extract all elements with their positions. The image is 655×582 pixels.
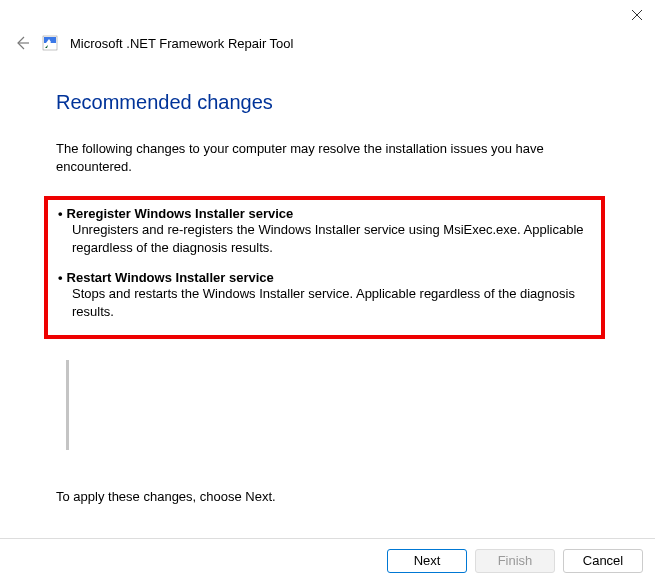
content-area: Recommended changes The following change… xyxy=(0,51,655,339)
intro-text: The following changes to your computer m… xyxy=(56,140,599,176)
list-item: • Reregister Windows Installer service U… xyxy=(58,206,591,256)
app-icon xyxy=(42,35,58,51)
next-button[interactable]: Next xyxy=(387,549,467,573)
close-icon[interactable] xyxy=(631,9,643,21)
app-title: Microsoft .NET Framework Repair Tool xyxy=(70,36,293,51)
change-title: Restart Windows Installer service xyxy=(67,270,274,285)
footer-button-bar: Next Finish Cancel xyxy=(0,538,655,582)
bullet-icon: • xyxy=(58,270,63,285)
titlebar xyxy=(631,0,655,30)
back-arrow-icon[interactable] xyxy=(14,35,30,51)
changes-highlight-box: • Reregister Windows Installer service U… xyxy=(44,196,605,338)
finish-button: Finish xyxy=(475,549,555,573)
change-description: Unregisters and re-registers the Windows… xyxy=(58,221,591,256)
header: Microsoft .NET Framework Repair Tool xyxy=(0,0,655,51)
change-description: Stops and restarts the Windows Installer… xyxy=(58,285,591,320)
cancel-button[interactable]: Cancel xyxy=(563,549,643,573)
page-heading: Recommended changes xyxy=(56,91,599,114)
apply-instruction: To apply these changes, choose Next. xyxy=(56,489,276,504)
list-item: • Restart Windows Installer service Stop… xyxy=(58,270,591,320)
change-title: Reregister Windows Installer service xyxy=(67,206,294,221)
bullet-icon: • xyxy=(58,206,63,221)
scrollbar-track[interactable] xyxy=(66,360,69,450)
